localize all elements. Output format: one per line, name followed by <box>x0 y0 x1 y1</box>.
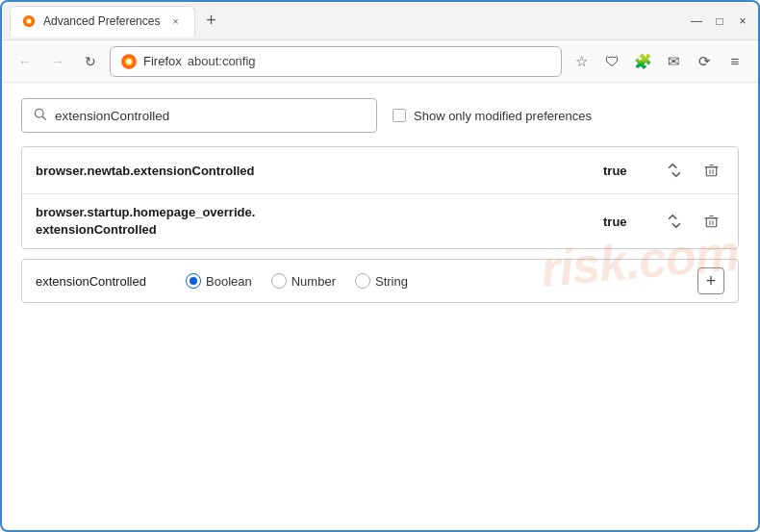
add-pref-button[interactable]: + <box>697 267 724 294</box>
radio-boolean-label: Boolean <box>206 274 252 289</box>
pref-actions-2 <box>661 208 724 235</box>
search-icon <box>34 108 47 124</box>
delete-button-2[interactable] <box>697 208 724 235</box>
bookmark-icon[interactable]: ☆ <box>568 48 595 75</box>
show-modified-checkbox[interactable] <box>393 109 406 122</box>
address-text: about:config <box>188 54 256 68</box>
table-row: browser.newtab.extensionControlled true <box>22 147 738 194</box>
tab-close-button[interactable]: × <box>167 13 183 29</box>
pref-value-1: true <box>603 164 642 178</box>
radio-string[interactable]: String <box>355 273 408 289</box>
title-bar: Advanced Preferences × + — □ × <box>2 2 758 40</box>
radio-number-circle[interactable] <box>271 273 287 289</box>
svg-rect-13 <box>706 217 717 226</box>
minimize-button[interactable]: — <box>689 13 704 29</box>
svg-rect-8 <box>706 166 717 175</box>
search-box[interactable]: extensionControlled <box>21 98 377 133</box>
search-row: extensionControlled Show only modified p… <box>21 98 739 133</box>
pref-actions-1 <box>661 157 724 184</box>
back-button[interactable]: ← <box>12 48 38 75</box>
email-icon[interactable]: ✉ <box>660 48 687 75</box>
firefox-favicon <box>22 14 36 28</box>
firefox-label: Firefox <box>143 54 182 68</box>
pref-name-2: browser.startup.homepage_override. exten… <box>36 204 603 239</box>
pref-name-1: browser.newtab.extensionControlled <box>36 164 603 178</box>
sync-icon[interactable]: ⟳ <box>691 48 718 75</box>
tab-title: Advanced Preferences <box>43 14 160 28</box>
svg-point-2 <box>27 19 31 23</box>
menu-button[interactable]: ≡ <box>722 48 748 75</box>
window-controls: — □ × <box>689 13 750 29</box>
firefox-logo <box>120 53 138 70</box>
radio-boolean-circle[interactable] <box>186 273 201 289</box>
forward-button[interactable]: → <box>44 48 71 75</box>
search-input-value: extensionControlled <box>55 109 169 123</box>
address-bar[interactable]: Firefox about:config <box>110 46 562 77</box>
radio-number-label: Number <box>291 274 336 289</box>
radio-number[interactable]: Number <box>271 273 336 289</box>
radio-string-label: String <box>375 274 408 289</box>
extensions-icon[interactable]: 🧩 <box>629 48 656 75</box>
show-modified-row[interactable]: Show only modified preferences <box>393 109 592 123</box>
shield-icon[interactable]: 🛡 <box>598 48 625 75</box>
radio-boolean[interactable]: Boolean <box>186 273 252 289</box>
pref-value-2: true <box>603 215 642 229</box>
svg-point-5 <box>126 59 132 64</box>
nav-icons-right: ☆ 🛡 🧩 ✉ ⟳ ≡ <box>568 48 748 75</box>
svg-line-7 <box>42 116 45 119</box>
table-row: browser.startup.homepage_override. exten… <box>22 194 738 248</box>
toggle-button-1[interactable] <box>661 157 688 184</box>
browser-tab[interactable]: Advanced Preferences × <box>10 6 195 37</box>
type-radio-group: Boolean Number String <box>186 273 408 289</box>
nav-bar: ← → ↻ Firefox about:config ☆ 🛡 🧩 ✉ ⟳ <box>2 40 758 83</box>
delete-button-1[interactable] <box>697 157 724 184</box>
show-modified-label: Show only modified preferences <box>414 109 592 123</box>
radio-string-circle[interactable] <box>355 273 370 289</box>
new-pref-name: extensionControlled <box>36 274 170 289</box>
new-tab-button[interactable]: + <box>197 8 224 35</box>
refresh-button[interactable]: ↻ <box>77 48 104 75</box>
toggle-button-2[interactable] <box>661 208 688 235</box>
content-area: extensionControlled Show only modified p… <box>2 83 758 318</box>
prefs-table: browser.newtab.extensionControlled true <box>21 146 739 249</box>
new-pref-row: extensionControlled Boolean Number Strin… <box>21 259 739 303</box>
maximize-button[interactable]: □ <box>712 13 727 29</box>
close-button[interactable]: × <box>735 13 750 29</box>
